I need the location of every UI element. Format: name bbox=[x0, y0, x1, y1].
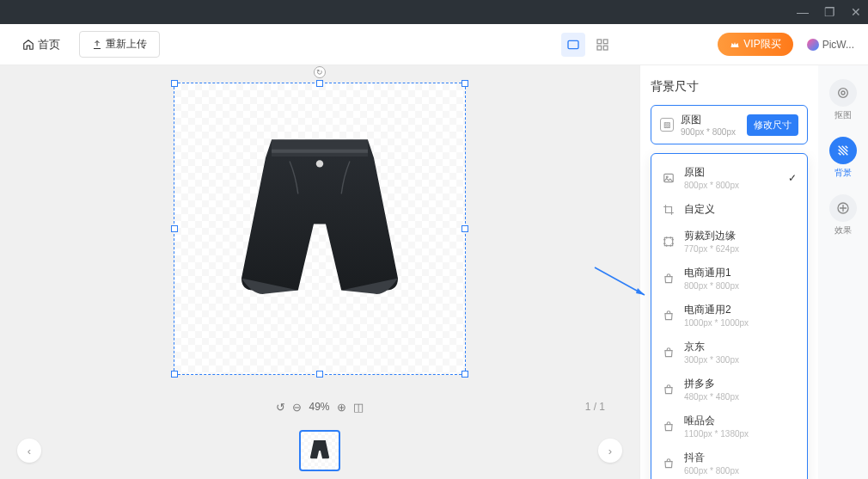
size-option-name: 拼多多 bbox=[684, 377, 797, 391]
svg-rect-5 bbox=[272, 139, 368, 157]
grid-view-icon bbox=[596, 38, 609, 52]
zoom-in-icon[interactable]: ⊕ bbox=[337, 401, 346, 414]
size-option-0[interactable]: 原图800px * 800px✓ bbox=[651, 159, 807, 196]
size-option-4[interactable]: 电商通用21000px * 1000px bbox=[651, 297, 807, 334]
image-size-icon: ▧ bbox=[660, 118, 674, 132]
reupload-label: 重新上传 bbox=[106, 37, 147, 52]
resize-handle-mr[interactable] bbox=[462, 225, 468, 232]
size-option-6[interactable]: 拼多多480px * 480px bbox=[651, 371, 807, 408]
next-thumb-button[interactable]: › bbox=[598, 439, 622, 463]
current-size-row[interactable]: ▧ 原图 900px * 800px 修改尺寸 bbox=[651, 105, 808, 144]
background-icon bbox=[829, 137, 857, 164]
single-view-icon bbox=[566, 39, 580, 51]
resize-handle-bl[interactable] bbox=[171, 371, 178, 378]
bag-icon bbox=[662, 346, 675, 359]
rotate-handle[interactable]: ↻ bbox=[314, 66, 326, 78]
svg-rect-2 bbox=[604, 40, 608, 44]
svg-point-15 bbox=[841, 91, 845, 95]
size-option-name: 原图 bbox=[684, 165, 788, 180]
bag-icon bbox=[662, 383, 675, 396]
size-option-dim: 300px * 300px bbox=[684, 355, 797, 365]
trim-icon bbox=[662, 235, 675, 249]
maximize-button[interactable]: ❐ bbox=[824, 5, 835, 19]
side-tool-cutout[interactable]: 抠图 bbox=[828, 79, 859, 121]
side-tool-background[interactable]: 背景 bbox=[828, 137, 859, 179]
svg-point-7 bbox=[316, 160, 323, 167]
resize-handle-ml[interactable] bbox=[171, 225, 178, 232]
vip-button[interactable]: VIP限买 bbox=[718, 33, 792, 56]
reset-view-icon[interactable]: ↺ bbox=[276, 401, 285, 414]
compare-icon[interactable]: ◫ bbox=[353, 401, 364, 414]
bag-icon bbox=[662, 309, 675, 322]
home-button[interactable]: 首页 bbox=[14, 32, 69, 58]
zoom-value: 49% bbox=[309, 401, 329, 413]
side-tool-label: 效果 bbox=[834, 224, 852, 236]
size-option-name: 电商通用1 bbox=[684, 266, 797, 280]
check-icon: ✓ bbox=[788, 172, 797, 184]
bag-icon bbox=[662, 272, 675, 286]
size-option-7[interactable]: 唯品会1100px * 1380px bbox=[651, 408, 807, 445]
selection-box[interactable]: ↻ bbox=[174, 83, 466, 375]
size-option-name: 电商通用2 bbox=[684, 303, 797, 317]
resize-handle-tr[interactable] bbox=[462, 80, 468, 87]
size-option-dim: 800px * 800px bbox=[684, 181, 788, 190]
size-option-1[interactable]: 自定义 bbox=[651, 196, 807, 223]
size-option-8[interactable]: 抖音600px * 800px bbox=[651, 445, 807, 479]
view-toggle bbox=[561, 33, 614, 57]
resize-handle-mb[interactable] bbox=[316, 371, 323, 378]
svg-rect-4 bbox=[604, 46, 608, 50]
resize-handle-br[interactable] bbox=[462, 371, 468, 378]
grid-view-button[interactable] bbox=[590, 33, 614, 57]
top-toolbar: 首页 重新上传 VIP限买 PicW... bbox=[0, 24, 868, 65]
cutout-icon bbox=[829, 79, 857, 107]
canvas-area: ↻ bbox=[0, 65, 639, 479]
side-tools: 抠图背景效果 bbox=[818, 65, 868, 479]
resize-handle-mt[interactable] bbox=[316, 80, 323, 87]
image-icon bbox=[662, 171, 675, 185]
side-tool-label: 背景 bbox=[834, 167, 852, 179]
svg-rect-12 bbox=[664, 237, 672, 245]
crown-icon bbox=[730, 40, 740, 50]
upload-icon bbox=[92, 40, 102, 50]
brand-label: PicW... bbox=[822, 39, 854, 51]
thumbnail-strip: ‹ › bbox=[0, 422, 639, 479]
current-size-name: 原图 bbox=[681, 113, 747, 127]
prev-thumb-button[interactable]: ‹ bbox=[17, 439, 41, 463]
current-size-dim: 900px * 800px bbox=[681, 127, 747, 137]
size-option-dim: 800px * 800px bbox=[684, 281, 797, 291]
product-image[interactable] bbox=[199, 103, 440, 344]
size-option-2[interactable]: 剪裁到边缘770px * 624px bbox=[651, 223, 807, 260]
home-label: 首页 bbox=[38, 37, 60, 52]
svg-point-11 bbox=[666, 175, 668, 177]
minimize-button[interactable]: — bbox=[797, 5, 809, 19]
reupload-button[interactable]: 重新上传 bbox=[79, 31, 160, 58]
size-option-name: 抖音 bbox=[684, 451, 797, 465]
close-button[interactable]: ✕ bbox=[851, 5, 861, 19]
size-option-name: 唯品会 bbox=[684, 414, 797, 428]
side-tool-effect[interactable]: 效果 bbox=[828, 194, 859, 236]
thumbnail-1[interactable] bbox=[299, 430, 340, 471]
svg-point-14 bbox=[839, 89, 848, 98]
size-option-name: 自定义 bbox=[684, 202, 797, 217]
home-icon bbox=[22, 39, 34, 51]
window-titlebar: — ❐ ✕ bbox=[0, 0, 868, 24]
single-view-button[interactable] bbox=[561, 33, 585, 57]
size-option-3[interactable]: 电商通用1800px * 800px bbox=[651, 260, 807, 297]
svg-rect-0 bbox=[568, 40, 578, 48]
size-option-5[interactable]: 京东300px * 300px bbox=[651, 334, 807, 371]
size-dropdown: 原图800px * 800px✓自定义剪裁到边缘770px * 624px电商通… bbox=[651, 153, 808, 479]
effect-icon bbox=[829, 194, 857, 222]
vip-label: VIP限买 bbox=[743, 37, 780, 52]
resize-handle-tl[interactable] bbox=[171, 80, 178, 87]
size-option-dim: 600px * 800px bbox=[684, 466, 797, 476]
brand-logo[interactable]: PicW... bbox=[807, 39, 854, 51]
right-panel: 背景尺寸 ▧ 原图 900px * 800px 修改尺寸 原图800px * 8… bbox=[639, 65, 818, 479]
bag-icon bbox=[662, 420, 675, 433]
brand-icon bbox=[807, 39, 819, 51]
zoom-out-icon[interactable]: ⊖ bbox=[292, 401, 302, 414]
thumb-image bbox=[305, 436, 334, 465]
size-option-name: 京东 bbox=[684, 340, 797, 354]
main-area: ↻ bbox=[0, 65, 868, 479]
edit-size-button[interactable]: 修改尺寸 bbox=[747, 114, 798, 136]
canvas-wrap[interactable]: ↻ bbox=[0, 65, 639, 391]
